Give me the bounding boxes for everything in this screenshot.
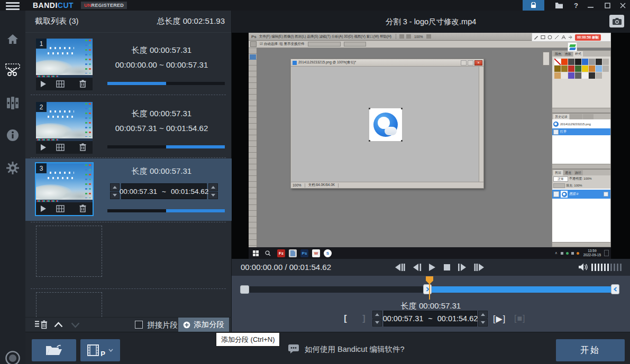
delete-clip-icon[interactable]	[79, 143, 86, 151]
play-clip-icon[interactable]	[40, 144, 47, 151]
segment-marker[interactable]	[426, 276, 433, 284]
player-panel: 分割 3 - logo尺寸修改.mp4 Ps 文件(F) 编辑(E) 图像(I)…	[232, 11, 630, 332]
segment-start-handle[interactable]	[423, 284, 432, 294]
move-up-button[interactable]	[54, 322, 63, 328]
player-range-end-stepper[interactable]	[478, 311, 488, 326]
menu-icon[interactable]	[6, 2, 20, 10]
sidebar-item-cut[interactable]	[5, 63, 20, 77]
ps-layers-panel: 图层通道路径 正常 不透明度: 100% 填充: 100% 图层 0	[552, 169, 611, 247]
chevron-down-icon	[108, 349, 113, 352]
video-title: 分割 3 - logo尺寸修改.mp4	[232, 17, 630, 27]
join-segments-checkbox[interactable]	[135, 321, 143, 329]
help-link[interactable]: 如何使用 Bandicut 编辑软件?	[305, 344, 405, 354]
help-button[interactable]: ?	[569, 0, 583, 11]
step-down-button[interactable]	[208, 192, 218, 200]
frames-icon[interactable]	[56, 205, 65, 212]
clip-thumbnail[interactable]: 1	[36, 39, 93, 90]
chat-bubble-icon	[288, 344, 299, 354]
sidebar-item-info[interactable]	[6, 129, 19, 142]
video-preview-surface[interactable]: Ps 文件(F) 编辑(E) 图像(I) 图层(L) 选择(S) 滤镜(T) 分…	[232, 33, 630, 259]
time-display: 00:00:00.00 / 00:01:54.62	[241, 263, 331, 272]
question-icon: ?	[574, 2, 578, 10]
play-clip-icon[interactable]	[40, 205, 47, 212]
clip-thumbnail[interactable]: 3	[36, 163, 93, 215]
clip-item-2[interactable]: 2 长度 00:00:57.31 00:00:57.31 ~ 00:01:54.…	[25, 97, 232, 157]
clip-item-1[interactable]: 1 长度 00:00:57.31 00:00:00.00 ~ 00:00:57.…	[25, 34, 232, 94]
maximize-button[interactable]	[600, 0, 615, 11]
volume-icon[interactable]	[578, 263, 588, 272]
next-segment-button[interactable]	[474, 263, 485, 272]
plus-icon	[183, 321, 190, 329]
start-icon	[253, 250, 259, 256]
maximize-icon	[605, 3, 610, 8]
delete-clip-icon[interactable]	[79, 80, 86, 88]
sidebar-item-join[interactable]	[6, 96, 19, 110]
move-down-button[interactable]	[71, 322, 80, 328]
record-button[interactable]	[5, 350, 21, 364]
snapshot-button[interactable]	[609, 15, 624, 27]
player-range-start-stepper[interactable]	[372, 311, 382, 326]
step-down-button[interactable]	[478, 319, 488, 327]
tray-chevron-icon: ∧	[555, 251, 558, 255]
folder-open-icon	[45, 344, 63, 357]
selected-segment-range	[428, 286, 617, 293]
frames-icon[interactable]	[56, 80, 65, 88]
app-logo: BANDICUT	[33, 1, 74, 10]
step-down-button[interactable]	[110, 192, 120, 200]
bandicut-window: BANDICUT UNREGISTERED ?	[0, 0, 630, 364]
clip-list-header: 截取列表 (3) 总长度 00:02:51.93	[25, 11, 231, 33]
clip-number: 3	[36, 163, 47, 173]
delete-clip-icon[interactable]	[79, 204, 86, 212]
clip-item-3-selected[interactable]: 3 长度 00:00:57.31 00:00:57.31~00:01:54.62	[25, 158, 232, 221]
step-forward-button[interactable]	[458, 263, 467, 272]
clip-thumbnail[interactable]: 2	[36, 102, 93, 154]
clip-range-input[interactable]: 00:00:57.31~00:01:54.62	[121, 183, 207, 199]
play-button[interactable]	[428, 263, 436, 272]
step-up-button[interactable]	[110, 183, 120, 191]
lock-button[interactable]	[523, 0, 544, 11]
clip-list-title: 截取列表 (3)	[35, 16, 79, 26]
sidebar-item-settings[interactable]	[6, 162, 19, 174]
clip-length-label: 长度 00:00:57.31	[97, 45, 226, 55]
minimize-button[interactable]	[583, 0, 598, 11]
step-up-button[interactable]	[208, 183, 218, 191]
start-button[interactable]: 开始	[556, 339, 625, 361]
play-segment-button[interactable]: [▶]	[493, 311, 506, 326]
range-end-stepper[interactable]	[208, 183, 218, 199]
close-button[interactable]	[615, 0, 630, 11]
ps-canvas	[291, 67, 479, 182]
search-icon	[265, 250, 271, 256]
step-up-button[interactable]	[478, 311, 488, 319]
frames-icon[interactable]	[56, 144, 65, 151]
join-segments-label: 拼接片段	[147, 320, 178, 330]
stop-segment-button[interactable]: [■]	[514, 311, 526, 326]
segment-end-handle[interactable]	[611, 284, 619, 294]
doc-scrollbar	[479, 67, 483, 182]
playhead-handle[interactable]	[240, 285, 249, 294]
ps-document-titlebar: 20141129233215.png @ 100%(索引)* ×	[291, 59, 483, 67]
output-preset-button[interactable]: P	[80, 339, 120, 361]
clip-list-toolbar: 拼接片段 添加分段	[25, 317, 232, 332]
info-icon	[6, 129, 19, 142]
volume-level-bars[interactable]	[591, 264, 610, 271]
set-end-bracket-button[interactable]: ]	[360, 311, 368, 326]
cut-scissors-icon	[5, 63, 20, 77]
total-length-label: 总长度 00:02:51.93	[157, 16, 225, 26]
player-range-input[interactable]: 00:00:57.31~00:01:54.62	[384, 311, 477, 326]
play-clip-icon[interactable]	[40, 80, 47, 88]
playback-bar: 00:00:00.00 / 00:01:54.62	[232, 259, 630, 276]
open-file-button[interactable]	[550, 0, 568, 11]
stop-button[interactable]	[443, 263, 451, 272]
volume-level-bars-dim[interactable]	[610, 264, 623, 271]
step-up-button[interactable]	[372, 311, 382, 319]
step-back-button[interactable]	[413, 263, 422, 272]
sidebar-item-home[interactable]	[6, 33, 19, 45]
step-down-button[interactable]	[372, 319, 382, 327]
range-start-stepper[interactable]	[110, 183, 120, 199]
add-segment-button[interactable]: 添加分段	[178, 318, 229, 332]
open-file-button-bottom[interactable]	[32, 339, 76, 361]
clear-list-button[interactable]	[35, 320, 48, 329]
set-start-bracket-button[interactable]: [	[341, 311, 350, 326]
previous-segment-button[interactable]	[394, 263, 405, 272]
timeline-track[interactable]	[244, 286, 617, 293]
